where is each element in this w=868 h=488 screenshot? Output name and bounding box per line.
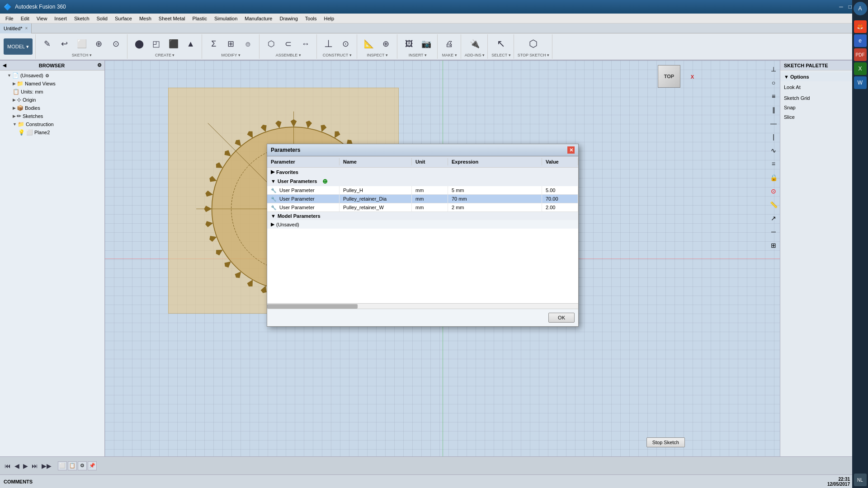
inspect-btn-2[interactable]: ⊕ xyxy=(378,36,394,52)
tree-item-bodies[interactable]: ▶ 📦 Bodies xyxy=(0,104,104,112)
timeline-icon-1[interactable]: ⬜ xyxy=(58,461,67,470)
network-icon[interactable]: NL xyxy=(854,474,867,486)
param-row-pulley-h[interactable]: 🔧 User Parameter Pulley_H mm 5 mm 5.00 xyxy=(267,186,578,195)
tab-untitled[interactable]: Untitled* × xyxy=(0,23,32,33)
tree-item-plane2[interactable]: 💡 ⬜ Plane2 xyxy=(0,128,104,136)
sketch-btn-1[interactable]: ✎ xyxy=(39,36,56,52)
param-row-pulley-retainer-dia[interactable]: 🔧 User Parameter Pulley_retainer_Dia mm … xyxy=(267,195,578,203)
word-icon[interactable]: W xyxy=(854,76,867,89)
menu-manufacture[interactable]: Manufacture xyxy=(241,15,276,22)
create-btn-3[interactable]: ⬛ xyxy=(165,36,182,52)
constraint-equal-icon[interactable]: = xyxy=(767,158,780,170)
viewcube-face[interactable]: TOP xyxy=(658,65,680,88)
timeline-icon-2[interactable]: 📋 xyxy=(68,461,77,470)
model-params-section[interactable]: ▼ Model Parameters xyxy=(267,212,578,220)
menu-file[interactable]: File xyxy=(2,15,17,22)
param-row-retainer-dia-expr[interactable]: 70 mm xyxy=(448,195,542,203)
modify-btn-2[interactable]: ⊞ xyxy=(223,36,239,52)
param-row-pulley-h-name[interactable]: Pulley_H xyxy=(340,186,412,194)
timeline-prev-btn[interactable]: ◀ xyxy=(14,461,20,470)
params-close-button[interactable]: ✕ xyxy=(567,146,575,154)
assemble-btn-1[interactable]: ⬡ xyxy=(263,36,279,52)
modify-btn-3[interactable]: ⌾ xyxy=(240,36,256,52)
constraint-parallel-icon[interactable]: ∥ xyxy=(767,103,780,116)
viewcube[interactable]: TOP xyxy=(658,65,680,88)
stop-sketch-toolbar-btn[interactable]: ⬡ xyxy=(525,36,542,52)
menu-mesh[interactable]: Mesh xyxy=(136,15,155,22)
tree-item-unsaved[interactable]: ▼ 📄 (Unsaved) ⚙ xyxy=(0,71,104,80)
app-logo-icon[interactable]: A xyxy=(854,2,867,15)
browser-options-icon[interactable]: ⚙ xyxy=(97,62,102,68)
stop-sketch-button[interactable]: Stop Sketch xyxy=(646,437,685,447)
title-minimize[interactable]: ─ xyxy=(836,4,846,10)
params-scrollbar-h[interactable] xyxy=(267,303,578,309)
constraint-arrow-icon[interactable]: ↗ xyxy=(767,212,780,225)
constraint-red-circle-icon[interactable]: ⊙ xyxy=(767,185,780,197)
params-scroll-thumb[interactable] xyxy=(267,304,358,309)
addins-btn-1[interactable]: 🔌 xyxy=(467,36,483,52)
menu-drawing[interactable]: Drawing xyxy=(276,15,301,22)
params-ok-button[interactable]: OK xyxy=(548,313,575,323)
menu-simulation[interactable]: Simulation xyxy=(211,15,241,22)
inspect-btn-1[interactable]: 📐 xyxy=(361,36,377,52)
ie-icon[interactable]: e xyxy=(854,34,867,47)
sketch-btn-3[interactable]: ⬜ xyxy=(74,36,90,52)
param-row-retainer-dia-name[interactable]: Pulley_retainer_Dia xyxy=(340,195,412,203)
excel-icon[interactable]: X xyxy=(854,62,867,75)
timeline-end-btn[interactable]: ▶▶ xyxy=(41,461,52,470)
sketch-btn-5[interactable]: ⊙ xyxy=(108,36,124,52)
constraint-vertical-icon[interactable]: | xyxy=(767,131,780,143)
constraint-perpendicular-icon[interactable]: ⊥ xyxy=(767,63,780,75)
modify-btn-1[interactable]: Σ xyxy=(206,36,222,52)
constraint-line-icon[interactable]: ─ xyxy=(767,225,780,238)
timeline-play-btn[interactable]: ▶ xyxy=(22,461,29,470)
constraint-coincident-icon[interactable]: ○ xyxy=(767,76,780,89)
tree-item-construction[interactable]: ▼ 📁 Construction xyxy=(0,120,104,128)
insert-btn-2[interactable]: 📷 xyxy=(418,36,434,52)
make-btn-1[interactable]: 🖨 xyxy=(441,36,458,52)
constraint-dimension-icon[interactable]: 📏 xyxy=(767,198,780,211)
create-btn-4[interactable]: ▲ xyxy=(183,36,199,52)
menu-surface[interactable]: Surface xyxy=(111,15,136,22)
timeline-next-btn[interactable]: ⏭ xyxy=(31,461,39,470)
menu-plastic[interactable]: Plastic xyxy=(189,15,211,22)
menu-view[interactable]: View xyxy=(33,15,51,22)
menu-sketch[interactable]: Sketch xyxy=(71,15,93,22)
constraint-grid-icon[interactable]: ⊞ xyxy=(767,239,780,252)
param-row-pulley-retainer-w[interactable]: 🔧 User Parameter Pulley_retainer_W mm 2 … xyxy=(267,203,578,212)
pdf-icon[interactable]: PDF xyxy=(854,48,867,61)
timeline-icon-3[interactable]: ⚙ xyxy=(78,461,87,470)
constraint-horizontal-icon[interactable]: — xyxy=(767,117,780,130)
param-row-retainer-w-name[interactable]: Pulley_retainer_W xyxy=(340,203,412,211)
constraint-collinear-icon[interactable]: ≡ xyxy=(767,90,780,103)
constraint-tangent-icon[interactable]: ∿ xyxy=(767,144,780,157)
constraint-lock-icon[interactable]: 🔒 xyxy=(767,171,780,184)
construct-btn-2[interactable]: ⊙ xyxy=(338,36,354,52)
tree-item-origin[interactable]: ▶ ⊹ Origin xyxy=(0,96,104,104)
menu-tools[interactable]: Tools xyxy=(302,15,321,22)
select-btn-1[interactable]: ↖ xyxy=(493,36,509,52)
timeline-start-btn[interactable]: ⏮ xyxy=(4,461,12,470)
firefox-icon[interactable]: 🦊 xyxy=(854,20,867,33)
create-btn-2[interactable]: ◰ xyxy=(148,36,165,52)
menu-sheetmetal[interactable]: Sheet Metal xyxy=(155,15,189,22)
assemble-btn-2[interactable]: ⊂ xyxy=(280,36,297,52)
tree-item-sketches[interactable]: ▶ ✏ Sketches xyxy=(0,112,104,120)
user-params-section[interactable]: ▼ User Parameters ⊕ xyxy=(267,176,578,186)
menu-solid[interactable]: Solid xyxy=(93,15,111,22)
favorites-section[interactable]: ▶ Favorites xyxy=(267,168,578,176)
timeline-icon-4[interactable]: 📌 xyxy=(88,461,97,470)
sketch-btn-2[interactable]: ↩ xyxy=(57,36,73,52)
model-dropdown[interactable]: MODEL ▾ xyxy=(4,38,33,55)
param-row-retainer-w-expr[interactable]: 2 mm xyxy=(448,203,542,211)
menu-help[interactable]: Help xyxy=(320,15,338,22)
param-row-pulley-h-expr[interactable]: 5 mm xyxy=(448,186,542,194)
add-param-icon[interactable]: ⊕ xyxy=(322,178,328,185)
assemble-btn-3[interactable]: ↔ xyxy=(297,36,314,52)
menu-insert[interactable]: Insert xyxy=(51,15,71,22)
tree-item-namedviews[interactable]: ▶ 📁 Named Views xyxy=(0,80,104,88)
create-btn-1[interactable]: ⬤ xyxy=(131,36,147,52)
unsaved-subsection[interactable]: ▶ (Unsaved) xyxy=(267,220,578,229)
menu-edit[interactable]: Edit xyxy=(17,15,33,22)
tree-settings-icon[interactable]: ⚙ xyxy=(45,73,49,78)
